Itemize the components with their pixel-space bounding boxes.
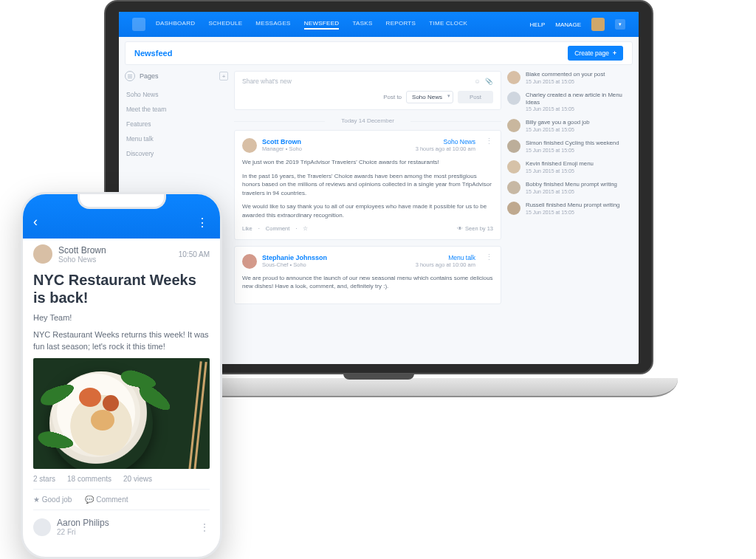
post-to-label: Post to	[383, 94, 402, 100]
author-avatar[interactable]	[242, 254, 257, 269]
post-menu-icon[interactable]: ⋮	[485, 254, 493, 260]
activity-item[interactable]: Bobby finished Menu prompt writing15 Jun…	[507, 181, 633, 194]
author-name[interactable]: Scott Brown	[58, 245, 106, 256]
phone-mockup: ‹ ⋮ Scott Brown Soho News 10:50 AM NYC R…	[21, 192, 222, 559]
pages-icon	[125, 71, 135, 81]
page-header: Newsfeed Create page +	[125, 41, 633, 65]
nav-right: HELP MANAGE ▾	[529, 18, 625, 31]
sidebar-item-soho-news[interactable]: Soho News	[125, 87, 228, 102]
star-icon[interactable]: ☆	[303, 225, 308, 232]
compose-input[interactable]: Share what's new	[242, 78, 292, 85]
activity-item[interactable]: Charley created a new article in Menu Id…	[507, 92, 633, 112]
activity-item[interactable]: Blake commented on your post15 Jun 2015 …	[507, 71, 633, 84]
nav-tasks[interactable]: TASKS	[352, 20, 372, 30]
pages-label: Pages	[140, 72, 159, 80]
post-paragraph: We are proud to announce the launch of o…	[242, 274, 493, 291]
stars-count[interactable]: 2 stars	[33, 475, 55, 483]
mobile-content: Scott Brown Soho News 10:50 AM NYC Resta…	[23, 239, 220, 546]
sidebar-item-menu-talk[interactable]: Menu talk	[125, 131, 228, 146]
author-avatar[interactable]	[242, 138, 257, 153]
post-greeting: Hey Team!	[33, 312, 210, 323]
comment-button[interactable]: 💬 Comment	[85, 495, 128, 504]
post-page-link[interactable]: Menu talk	[416, 254, 475, 261]
author-name[interactable]: Scott Brown	[262, 138, 302, 145]
user-menu-toggle[interactable]: ▾	[615, 19, 625, 30]
activity-item[interactable]: Russell finished Menu prompt writing15 J…	[507, 202, 633, 215]
activity-item[interactable]: Billy gave you a good job15 Jun 2015 at …	[507, 119, 633, 132]
nav-reports[interactable]: REPORTS	[386, 20, 416, 30]
feed-post: Scott Brown Manager • Soho Soho News 3 h…	[234, 130, 501, 240]
author-name: Aaron Philips	[57, 518, 109, 528]
date-separator: Today 14 December	[234, 117, 501, 124]
activity-time: 15 Jun 2015 at 15:05	[526, 79, 605, 84]
sidebar-item-discovery[interactable]: Discovery	[125, 146, 228, 161]
activity-text: Russell finished Menu prompt writing	[526, 202, 619, 209]
nav-help[interactable]: HELP	[529, 21, 545, 28]
add-page-button[interactable]: +	[219, 72, 228, 80]
post-paragraph: NYC Restaurant Weeks returns this week! …	[33, 329, 210, 352]
author-role: Manager • Soho	[262, 145, 302, 152]
emoji-icon[interactable]: ☺	[474, 78, 481, 85]
nav-timeclock[interactable]: TIME CLOCK	[429, 20, 467, 30]
activity-text: Simon finished Cycling this weekend	[526, 140, 619, 147]
nav-messages[interactable]: MESSAGES	[255, 20, 290, 30]
post-time: 10:50 AM	[179, 250, 210, 258]
app-logo[interactable]	[132, 18, 145, 31]
nav-items: DASHBOARD SCHEDULE MESSAGES NEWSFEED TAS…	[156, 20, 467, 30]
mobile-author-row: Scott Brown Soho News 10:50 AM	[33, 244, 210, 264]
author-name[interactable]: Stephanie Johnsson	[262, 254, 327, 261]
item-menu-icon[interactable]: ⋮	[199, 521, 210, 533]
post-paragraph: In the past 16 years, the Travelers' Cho…	[242, 172, 493, 198]
seen-by[interactable]: 👁 Seen by 13	[457, 225, 493, 232]
post-time: 3 hours ago at 10:00 am	[416, 145, 475, 152]
post-to-select[interactable]: Soho News	[406, 91, 453, 103]
attachment-icon[interactable]: 📎	[485, 78, 493, 85]
comments-count[interactable]: 18 comments	[67, 475, 111, 483]
mobile-menu-icon[interactable]: ⋮	[196, 216, 210, 230]
activity-text: Charley created a new article in Menu Id…	[526, 92, 633, 106]
nav-dashboard[interactable]: DASHBOARD	[156, 20, 195, 30]
list-item[interactable]: Aaron Philips 22 Fri ⋮	[33, 510, 210, 536]
back-icon[interactable]: ‹	[33, 214, 38, 230]
activity-feed: Blake commented on your post15 Jun 2015 …	[507, 71, 633, 364]
phone-notch	[78, 194, 166, 209]
sidebar-item-features[interactable]: Features	[125, 117, 228, 131]
activity-item[interactable]: Kevin finished Emoji menu15 Jun 2015 at …	[507, 160, 633, 174]
create-page-label: Create page	[574, 49, 609, 57]
post-menu-icon[interactable]: ⋮	[485, 138, 493, 144]
author-avatar[interactable]	[33, 244, 52, 264]
post-button[interactable]: Post	[458, 91, 493, 103]
feed: Share what's new ☺ 📎 Post to Soho News P…	[234, 71, 501, 364]
author-avatar	[33, 518, 51, 536]
create-page-button[interactable]: Create page +	[568, 46, 623, 61]
nav-schedule[interactable]: SCHEDULE	[208, 20, 242, 30]
comment-label: Comment	[96, 495, 128, 504]
user-avatar[interactable]	[591, 18, 605, 31]
post-body: We are proud to announce the launch of o…	[242, 274, 493, 291]
activity-time: 15 Jun 2015 at 15:05	[526, 148, 619, 153]
activity-text: Bobby finished Menu prompt writing	[526, 181, 617, 188]
post-title: NYC Restaurant Weeks is back!	[33, 271, 210, 306]
nav-newsfeed[interactable]: NEWSFEED	[304, 20, 340, 30]
page-title: Newsfeed	[134, 49, 172, 58]
item-date: 22 Fri	[57, 528, 109, 536]
activity-time: 15 Jun 2015 at 15:05	[526, 168, 594, 174]
activity-item[interactable]: Simon finished Cycling this weekend15 Ju…	[507, 140, 633, 153]
compose-box: Share what's new ☺ 📎 Post to Soho News P…	[234, 71, 501, 110]
post-body: We just won the 2019 TripAdvisor Travele…	[242, 158, 493, 220]
activity-time: 15 Jun 2015 at 15:05	[526, 127, 590, 132]
like-button[interactable]: Like	[242, 225, 252, 232]
post-image[interactable]	[33, 358, 210, 469]
post-paragraph: We just won the 2019 TripAdvisor Travele…	[242, 158, 493, 167]
post-page-link[interactable]: Soho News	[416, 138, 475, 145]
good-job-button[interactable]: ★ Good job	[33, 495, 72, 504]
views-count: 20 views	[123, 475, 152, 483]
post-paragraph: We would like to say thank you to all of…	[242, 202, 493, 219]
comment-button[interactable]: Comment	[266, 225, 290, 232]
activity-time: 15 Jun 2015 at 15:05	[526, 210, 619, 215]
plus-icon: +	[613, 49, 616, 57]
top-nav: DASHBOARD SCHEDULE MESSAGES NEWSFEED TAS…	[119, 12, 639, 37]
nav-manage[interactable]: MANAGE	[555, 21, 581, 28]
author-page: Soho News	[58, 256, 106, 264]
sidebar-item-meet-the-team[interactable]: Meet the team	[125, 102, 228, 117]
